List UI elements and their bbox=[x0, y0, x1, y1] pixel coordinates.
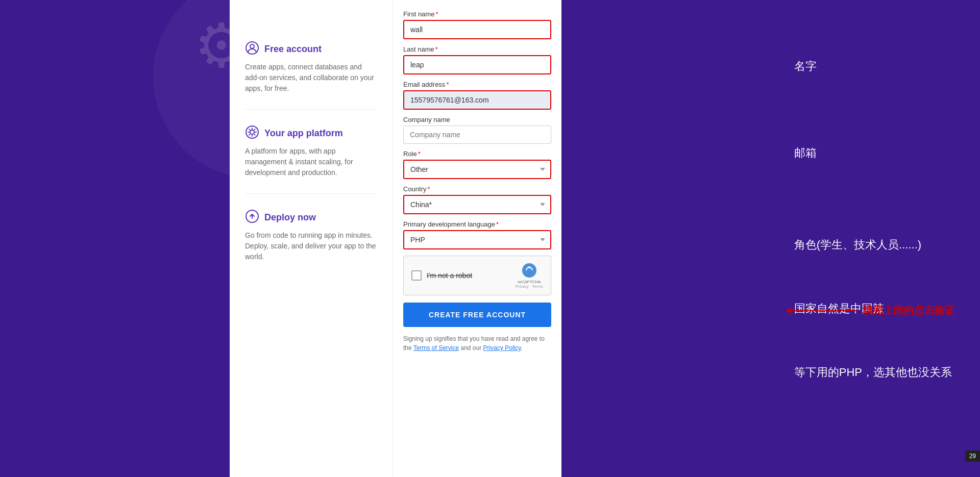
terms-of-service-link[interactable]: Terms of Service bbox=[413, 344, 459, 352]
arrow-line bbox=[790, 310, 856, 311]
captcha-logo: reCAPTCHA Privacy · Terms bbox=[515, 262, 543, 289]
captcha-left: I'm not a robot bbox=[411, 270, 472, 281]
signup-form-panel: First name* Last name* Email address* Co… bbox=[393, 0, 561, 477]
gear-circle-icon bbox=[245, 125, 259, 142]
last-name-group: Last name* bbox=[403, 45, 551, 74]
language-select[interactable]: PHP JavaScript Python Ruby Go Java bbox=[403, 230, 551, 249]
annotation-name: 名字 bbox=[794, 48, 952, 84]
email-input[interactable] bbox=[403, 90, 551, 110]
svg-point-6 bbox=[528, 266, 530, 268]
tos-text: Signing up signifies that you have read … bbox=[403, 334, 551, 353]
user-circle-icon bbox=[245, 41, 259, 58]
first-name-group: First name* bbox=[403, 10, 551, 39]
annotations-container: 名字 邮箱 角色(学生、技术人员......) 国家自然是中国辣 等下用的PHP… bbox=[794, 48, 952, 390]
captcha-arrow-text: 填完上面的点击验证 bbox=[863, 304, 954, 317]
country-select[interactable]: China* United States Japan Germany Unite… bbox=[403, 195, 551, 214]
feature-app-platform: Your app platform A platform for apps, w… bbox=[245, 110, 377, 194]
upload-circle-icon bbox=[245, 209, 259, 226]
language-group: Primary development language* PHP JavaSc… bbox=[403, 220, 551, 249]
feature-free-account: Free account Create apps, connect databa… bbox=[245, 26, 377, 110]
annotation-role: 角色(学生、技术人员......) bbox=[794, 227, 952, 263]
first-name-label: First name* bbox=[403, 10, 551, 18]
email-label: Email address* bbox=[403, 81, 551, 88]
captcha-label: I'm not a robot bbox=[427, 271, 472, 280]
features-panel: Free account Create apps, connect databa… bbox=[230, 0, 393, 477]
svg-point-3 bbox=[250, 130, 254, 134]
annotation-language: 等下用的PHP，选其他也没关系 bbox=[794, 355, 952, 390]
role-select[interactable]: Other Developer Student Designer Manager bbox=[403, 160, 551, 179]
feature-app-platform-title: Your app platform bbox=[245, 125, 377, 142]
svg-point-1 bbox=[250, 44, 254, 48]
role-group: Role* Other Developer Student Designer M… bbox=[403, 150, 551, 179]
country-label: Country* bbox=[403, 185, 551, 193]
role-label: Role* bbox=[403, 150, 551, 158]
country-group: Country* China* United States Japan Germ… bbox=[403, 185, 551, 214]
svg-point-5 bbox=[522, 263, 536, 278]
page-number-badge: 29 bbox=[965, 450, 980, 462]
last-name-input[interactable] bbox=[403, 55, 551, 74]
privacy-policy-link[interactable]: Privacy Policy bbox=[483, 344, 521, 352]
last-name-label: Last name* bbox=[403, 45, 551, 53]
company-input[interactable] bbox=[403, 125, 551, 144]
captcha-checkbox[interactable] bbox=[411, 270, 422, 281]
email-group: Email address* bbox=[403, 81, 551, 110]
captcha-arrow-annotation: 填完上面的点击验证 bbox=[790, 304, 954, 317]
company-group: Company name bbox=[403, 116, 551, 144]
feature-free-account-title: Free account bbox=[245, 41, 377, 58]
recaptcha-brand: reCAPTCHA bbox=[518, 280, 541, 284]
feature-app-platform-desc: A platform for apps, with app management… bbox=[245, 146, 377, 178]
feature-free-account-desc: Create apps, connect databases and add-o… bbox=[245, 62, 377, 94]
company-label: Company name bbox=[403, 116, 551, 123]
captcha-privacy-terms: Privacy · Terms bbox=[515, 284, 543, 289]
annotation-email: 邮箱 bbox=[794, 135, 952, 171]
language-label: Primary development language* bbox=[403, 220, 551, 228]
first-name-input[interactable] bbox=[403, 20, 551, 39]
create-account-button[interactable]: CREATE FREE ACCOUNT bbox=[403, 303, 551, 327]
signup-modal: Free account Create apps, connect databa… bbox=[230, 0, 561, 477]
captcha-box[interactable]: I'm not a robot reCAPTCHA Privacy · Term… bbox=[403, 256, 551, 295]
feature-deploy-desc: Go from code to running app in minutes. … bbox=[245, 230, 377, 262]
feature-deploy-now: Deploy now Go from code to running app i… bbox=[245, 194, 377, 278]
feature-deploy-title: Deploy now bbox=[245, 209, 377, 226]
